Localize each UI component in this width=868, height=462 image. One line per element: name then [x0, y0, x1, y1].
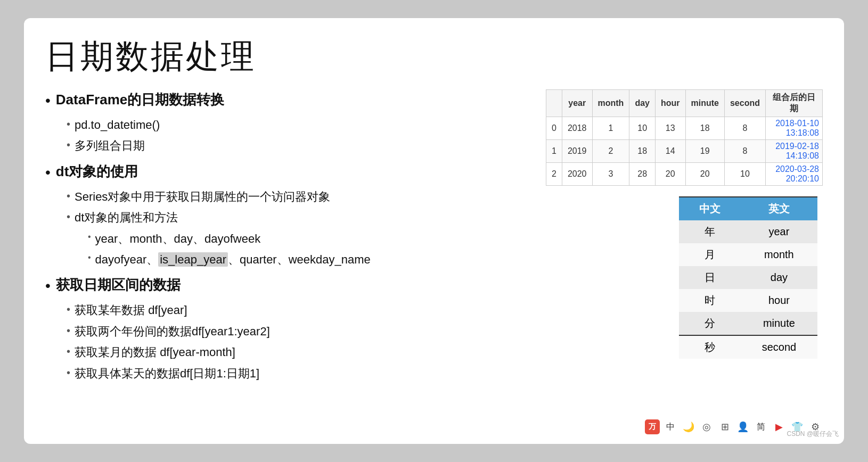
td-combined: 2020-03-28 20:20:10 [765, 163, 822, 186]
section-3-item-1-text: 获取某年数据 df[year] [75, 300, 187, 320]
data-table-th-day: day [629, 90, 656, 117]
section-2-item-1: • Series对象中用于获取日期属性的一个访问器对象 [67, 187, 535, 207]
toolbar-icon-wan[interactable]: 万 [645, 419, 660, 434]
section-1-header: • DataFrame的日期数据转换 [45, 89, 535, 112]
td-en: month [741, 243, 817, 266]
trans-th-chinese: 中文 [679, 197, 741, 220]
td-en: day [741, 266, 817, 289]
bullet-dot: • [88, 229, 91, 245]
trans-table: 中文 英文 年 year 月 month [679, 196, 817, 359]
section-1-item-2: • 多列组合日期 [67, 136, 535, 155]
section-1-item-1: • pd.to_datetime() [67, 115, 535, 135]
toolbar-icon-user[interactable]: 👤 [735, 419, 750, 434]
section-3-item-3: • 获取某月的数据 df[year-month] [67, 342, 535, 362]
td-combined: 2019-02-18 14:19:08 [765, 140, 822, 163]
td-day: 18 [629, 140, 656, 163]
bullet-dot: • [45, 275, 51, 297]
data-table-container: year month day hour minute second 组合后的日期… [546, 89, 823, 186]
data-table-header-row: year month day hour minute second 组合后的日期 [546, 90, 823, 117]
td-hour: 20 [655, 163, 685, 186]
toolbar-icon-zhong[interactable]: 中 [663, 419, 678, 434]
td-month: 2 [592, 140, 629, 163]
bullet-dot: • [67, 187, 70, 205]
slide: 日期数据处理 • DataFrame的日期数据转换 • pd.to_dateti… [24, 18, 844, 444]
section-3-item-2-text: 获取两个年份间的数据df[year1:year2] [75, 321, 270, 341]
trans-th-english: 英文 [741, 197, 817, 220]
section-3-item-1: • 获取某年数据 df[year] [67, 300, 535, 320]
td-combined: 2018-01-10 13:18:08 [765, 117, 822, 140]
content-area: • DataFrame的日期数据转换 • pd.to_datetime() • … [45, 89, 823, 423]
section-2-item-2: • dt对象的属性和方法 [67, 208, 535, 227]
td-day: 10 [629, 117, 656, 140]
table-row: 0 2018 1 10 13 18 8 2018-01-10 13:18:08 [546, 117, 823, 140]
td-zh: 秒 [679, 335, 741, 359]
section-1-title: DataFrame的日期数据转换 [56, 89, 224, 110]
section-2-sub-1: • year、month、day、dayofweek [88, 229, 535, 249]
list-item: 日 day [679, 266, 817, 289]
bullet-dot: • [67, 115, 70, 133]
td-day: 28 [629, 163, 656, 186]
td-year: 2020 [562, 163, 592, 186]
td-second: 8 [724, 117, 765, 140]
list-item: 年 year [679, 220, 817, 243]
td-idx: 2 [546, 163, 562, 186]
td-en: year [741, 220, 817, 243]
section-3-item-4-text: 获取具体某天的数据df[日期1:日期1] [75, 364, 259, 383]
trans-table-header: 中文 英文 [679, 197, 817, 220]
data-table-th-year: year [562, 90, 592, 117]
slide-title: 日期数据处理 [45, 34, 823, 79]
section-3-title: 获取日期区间的数据 [56, 275, 181, 295]
section-2-sub-2: • dayofyear、is_leap_year、quarter、weekday… [88, 250, 535, 269]
section-3-item-3-text: 获取某月的数据 df[year-month] [75, 342, 235, 362]
watermark-text: CSDN @暖仔会飞 [787, 430, 839, 439]
data-table-th-minute: minute [685, 90, 724, 117]
section-2-title: dt对象的使用 [56, 161, 138, 182]
td-idx: 0 [546, 117, 562, 140]
highlight-is-leap-year: is_leap_year [158, 252, 228, 267]
bullet-dot: • [67, 364, 70, 382]
list-item: 分 minute [679, 312, 817, 335]
td-month: 3 [592, 163, 629, 186]
td-second: 8 [724, 140, 765, 163]
bullet-dot: • [45, 89, 51, 112]
left-panel: • DataFrame的日期数据转换 • pd.to_datetime() • … [45, 89, 535, 423]
bullet-dot: • [67, 136, 70, 154]
section-3-item-4: • 获取具体某天的数据df[日期1:日期1] [67, 364, 535, 383]
td-hour: 13 [655, 117, 685, 140]
toolbar-icon-moon[interactable]: 🌙 [681, 419, 696, 434]
data-table: year month day hour minute second 组合后的日期… [546, 89, 823, 186]
td-zh: 年 [679, 220, 741, 243]
section-2-sub-1-text: year、month、day、dayofweek [95, 229, 261, 249]
td-en: second [741, 335, 817, 359]
section-2-header: • dt对象的使用 [45, 161, 535, 184]
section-3-item-2: • 获取两个年份间的数据df[year1:year2] [67, 321, 535, 341]
data-table-th-second: second [724, 90, 765, 117]
right-panel: year month day hour minute second 组合后的日期… [546, 89, 823, 423]
td-minute: 18 [685, 117, 724, 140]
td-second: 10 [724, 163, 765, 186]
section-1-item-2-text: 多列组合日期 [75, 136, 145, 155]
toolbar-icon-grid[interactable]: ⊞ [717, 419, 732, 434]
td-minute: 20 [685, 163, 724, 186]
toolbar-icon-play[interactable]: ▶ [772, 419, 787, 434]
data-table-th-month: month [592, 90, 629, 117]
td-month: 1 [592, 117, 629, 140]
table-row: 2 2020 3 28 20 20 10 2020-03-28 20:20:10 [546, 163, 823, 186]
toolbar-icon-circle[interactable]: ◎ [699, 419, 714, 434]
bullet-dot: • [67, 208, 70, 226]
list-item: 月 month [679, 243, 817, 266]
td-hour: 14 [655, 140, 685, 163]
section-3-header: • 获取日期区间的数据 [45, 275, 535, 297]
bullet-dot: • [45, 161, 51, 184]
section-2-item-2-text: dt对象的属性和方法 [75, 208, 178, 227]
trans-table-body: 年 year 月 month 日 day 时 h [679, 220, 817, 359]
td-idx: 1 [546, 140, 562, 163]
td-en: hour [741, 289, 817, 312]
bullet-dot: • [67, 321, 70, 340]
bullet-dot: • [67, 342, 70, 360]
td-year: 2019 [562, 140, 592, 163]
data-table-th-hour: hour [655, 90, 685, 117]
data-table-th-combined: 组合后的日期 [765, 90, 822, 117]
trans-table-container: 中文 英文 年 year 月 month [679, 196, 817, 359]
toolbar-icon-jian[interactable]: 简 [754, 419, 768, 434]
